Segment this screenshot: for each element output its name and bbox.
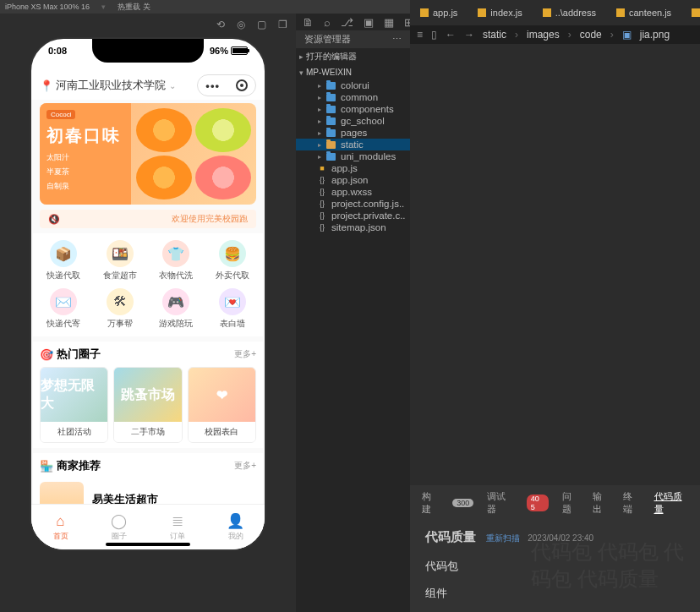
files-icon[interactable]: 🗎 bbox=[303, 16, 314, 29]
battery-percent: 96% bbox=[210, 46, 228, 56]
file-icon: {} bbox=[318, 199, 326, 208]
app-content: 📍 河南工业职业技术学院 ⌄ ••• Cococi 初春口味 太阳汁 半夏茶 自… bbox=[31, 71, 265, 549]
service-item[interactable]: ✉️快递代寄 bbox=[38, 288, 90, 330]
simulator-area: ⟲ ◎ ▢ ❐ 0:08 96% 📍 河南工业职业技术学院 ⌄ ••• Coco bbox=[0, 14, 296, 612]
tab-debugger[interactable]: 调试器 bbox=[487, 490, 512, 516]
bookmark-icon[interactable]: ▯ bbox=[431, 29, 437, 41]
nav-menu-icon[interactable]: ≡ bbox=[417, 29, 423, 41]
folder-name: static bbox=[341, 139, 364, 150]
branch-icon[interactable]: ⎇ bbox=[341, 16, 353, 29]
location-name: 河南工业职业技术学院 bbox=[56, 78, 166, 93]
hot-reload-toggle[interactable]: 热重载 关 bbox=[118, 2, 150, 13]
folder-icon bbox=[326, 94, 336, 101]
folder-item[interactable]: ▸colorui bbox=[296, 79, 410, 91]
file-item[interactable]: {}project.private.c.. bbox=[296, 210, 410, 221]
search-icon[interactable]: ⌕ bbox=[324, 16, 331, 29]
capsule-close-icon[interactable] bbox=[236, 79, 248, 91]
service-label: 快递代寄 bbox=[46, 318, 80, 330]
file-item[interactable]: {}sitemap.json bbox=[296, 221, 410, 233]
crumb[interactable]: images bbox=[527, 29, 560, 41]
rescan-button[interactable]: 重新扫描 bbox=[486, 533, 520, 543]
circle-image: 梦想无限大 bbox=[41, 368, 107, 422]
hot-circles-more[interactable]: 更多+ bbox=[234, 348, 256, 360]
notch bbox=[92, 39, 204, 63]
file-item[interactable]: ■app.js bbox=[296, 162, 410, 174]
location-pin-icon: 📍 bbox=[40, 79, 53, 92]
editor-tab[interactable]: ..\address bbox=[533, 0, 606, 25]
cascade-icon[interactable]: ❐ bbox=[278, 19, 287, 30]
merchant-title: 商家推荐 bbox=[57, 459, 101, 472]
notice-bar[interactable]: 🔇 欢迎使用完美校园跑 bbox=[40, 210, 256, 228]
editor-view bbox=[410, 44, 700, 485]
service-label: 外卖代取 bbox=[216, 270, 249, 281]
folder-item[interactable]: ▸uni_modules bbox=[296, 150, 410, 162]
service-icon: 👕 bbox=[162, 240, 189, 267]
folder-name: pages bbox=[341, 128, 367, 138]
folder-item[interactable]: ▸components bbox=[296, 103, 410, 115]
service-icon: 📦 bbox=[50, 240, 77, 267]
editor-tab[interactable]: canteen.js bbox=[606, 0, 681, 25]
tab-item[interactable]: 👤我的 bbox=[206, 505, 265, 549]
home-indicator[interactable] bbox=[106, 543, 190, 546]
tab-icon: 👤 bbox=[227, 512, 244, 530]
editor-tab[interactable]: pay.js bbox=[681, 0, 700, 25]
folder-item[interactable]: ▸common bbox=[296, 91, 410, 103]
service-item[interactable]: 🍔外卖代取 bbox=[207, 240, 259, 281]
folder-icon bbox=[326, 106, 336, 113]
device-icon[interactable]: ▢ bbox=[257, 19, 266, 30]
capsule-menu-icon[interactable]: ••• bbox=[205, 79, 220, 92]
file-item[interactable]: {}project.config.js.. bbox=[296, 198, 410, 210]
refresh-icon[interactable]: ⟲ bbox=[216, 19, 225, 30]
grid-icon[interactable]: ▦ bbox=[384, 16, 394, 29]
image-icon: ▣ bbox=[622, 29, 632, 41]
folder-item[interactable]: ▸pages bbox=[296, 127, 410, 139]
folder-icon bbox=[326, 153, 336, 161]
crumb[interactable]: static bbox=[483, 29, 506, 41]
tab-terminal[interactable]: 终端 bbox=[623, 490, 640, 516]
tab-build[interactable]: 构建 bbox=[422, 490, 439, 516]
explorer-title-bar: 资源管理器 ⋯ bbox=[296, 30, 410, 48]
file-name: project.config.js.. bbox=[331, 199, 404, 209]
service-label: 食堂超市 bbox=[103, 270, 137, 281]
service-item[interactable]: 📦快递代取 bbox=[38, 240, 90, 281]
service-item[interactable]: 🍱食堂超市 bbox=[95, 240, 146, 281]
tab-issues[interactable]: 问题 bbox=[562, 490, 579, 516]
nav-fwd-icon[interactable]: → bbox=[464, 29, 474, 41]
folder-item[interactable]: ▸gc_school bbox=[296, 115, 410, 127]
folder-item[interactable]: ▸static bbox=[296, 139, 410, 150]
tab-quality[interactable]: 代码质量 bbox=[654, 490, 688, 516]
circle-card[interactable]: ❤校园表白 bbox=[188, 367, 256, 443]
crumb[interactable]: code bbox=[580, 29, 602, 41]
explorer-title: 资源管理器 bbox=[304, 33, 351, 46]
file-item[interactable]: {}app.json bbox=[296, 174, 410, 186]
device-selector[interactable]: iPhone XS Max 100% 16 bbox=[5, 3, 90, 11]
box-icon[interactable]: ▣ bbox=[364, 16, 374, 29]
service-icon: 🍔 bbox=[219, 240, 246, 267]
file-item[interactable]: {}app.wxss bbox=[296, 186, 410, 198]
service-item[interactable]: 💌表白墙 bbox=[207, 288, 259, 330]
circle-card[interactable]: 跳蚤市场二手市场 bbox=[113, 367, 182, 443]
service-item[interactable]: 🛠万事帮 bbox=[95, 288, 146, 330]
editor-tab[interactable]: app.js bbox=[410, 0, 468, 25]
wechat-capsule[interactable]: ••• bbox=[197, 74, 256, 96]
explorer-menu-icon[interactable]: ⋯ bbox=[392, 34, 402, 45]
crumb-file[interactable]: jia.png bbox=[640, 29, 670, 41]
service-label: 快递代取 bbox=[46, 270, 80, 281]
location-bar[interactable]: 📍 河南工业职业技术学院 ⌄ ••• bbox=[31, 71, 265, 100]
promo-banner[interactable]: Cococi 初春口味 太阳汁 半夏茶 自制泉 bbox=[40, 103, 256, 205]
tab-output[interactable]: 输出 bbox=[593, 490, 610, 516]
service-item[interactable]: 🎮游戏陪玩 bbox=[150, 288, 202, 330]
tab-item[interactable]: ⌂首页 bbox=[31, 505, 90, 549]
open-editors-header[interactable]: 打开的编辑器 bbox=[296, 48, 410, 65]
project-header[interactable]: MP-WEIXIN bbox=[296, 65, 410, 79]
banner-line: 太阳汁 bbox=[46, 152, 124, 163]
build-badge: 300 bbox=[452, 499, 473, 507]
battery-icon bbox=[231, 46, 248, 55]
editor-tab[interactable]: index.js bbox=[468, 0, 532, 25]
circle-card[interactable]: 梦想无限大社团活动 bbox=[40, 367, 108, 443]
banner-badge: Cococi bbox=[46, 110, 75, 119]
service-item[interactable]: 👕衣物代洗 bbox=[150, 240, 202, 281]
merchant-more[interactable]: 更多+ bbox=[234, 460, 256, 472]
nav-back-icon[interactable]: ← bbox=[446, 29, 456, 41]
eye-icon[interactable]: ◎ bbox=[237, 19, 245, 30]
